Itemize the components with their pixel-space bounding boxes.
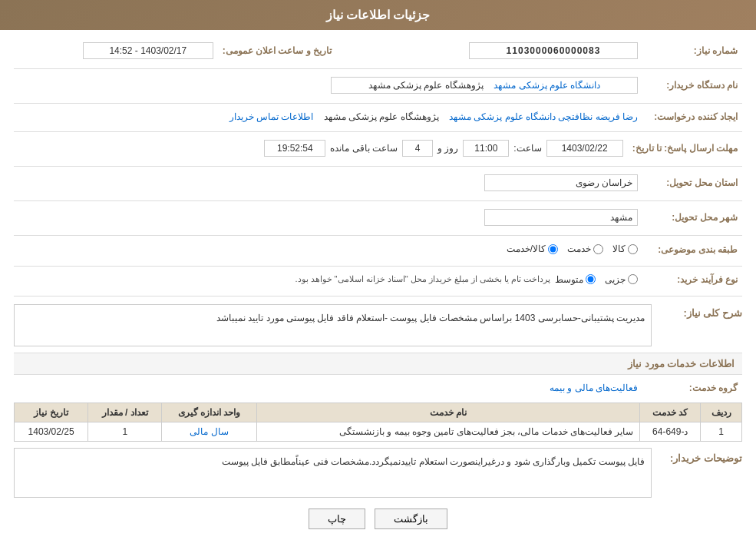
buyer-comment-wrapper: توضیحات خریدار: فایل پیوست تکمیل وبارگذا…: [14, 448, 742, 498]
back-button[interactable]: بازگشت: [375, 509, 447, 529]
col-row: ردیف: [701, 403, 742, 422]
page-title: جزئیات اطلاعات نیاز: [326, 8, 431, 22]
buyer-org-link[interactable]: دانشگاه علوم پزشکی مشهد: [494, 80, 600, 91]
need-desc-box: مدیریت پشتیبانی-حسابرسی 1403 براساس مشخص…: [14, 304, 652, 346]
process-flex: جزیی متوسط پرداخت تام یا بخشی از مبلغ خر…: [18, 274, 638, 285]
service-info-header: اطلاعات خدمات مورد نیاز: [14, 353, 742, 375]
deadline-label: مهلت ارسال پاسخ: تا تاریخ:: [628, 137, 742, 160]
process-radio-partial[interactable]: [628, 274, 638, 284]
info-table-top: شماره نیاز: 1103000060000083 تاریخ و ساع…: [14, 39, 742, 62]
deadline-day-label: روز و: [437, 143, 458, 154]
print-button[interactable]: چاپ: [309, 509, 365, 529]
announce-date-value: 1403/02/17 - 14:52: [14, 39, 218, 62]
creator-name-link[interactable]: رضا فریضه نظافتچی دانشگاه علوم پزشکی مشه…: [449, 111, 638, 122]
buyer-comment-content: فایل پیوست تکمیل وبارگذاری شود و درغیرای…: [14, 448, 652, 498]
content-area: شماره نیاز: 1103000060000083 تاریخ و ساع…: [0, 30, 756, 540]
buyer-comment-box: فایل پیوست تکمیل وبارگذاری شود و درغیرای…: [14, 448, 652, 498]
need-number-label: شماره نیاز:: [642, 39, 742, 62]
footer-buttons: بازگشت چاپ: [14, 509, 742, 529]
creator-value: رضا فریضه نظافتچی دانشگاه علوم پزشکی مشه…: [14, 108, 642, 125]
province-input: خراسان رضوی: [484, 174, 638, 191]
category-radio-goods[interactable]: [628, 244, 638, 254]
deadline-flex: 1403/02/22 ساعت: 11:00 روز و 4 ساعت باقی…: [18, 140, 623, 157]
services-table-header: ردیف کد خدمت نام خدمت واحد اندازه گیری ت…: [15, 403, 742, 422]
process-option-partial[interactable]: جزیی: [605, 274, 638, 285]
deadline-remaining-input: 19:52:54: [264, 140, 325, 157]
process-label-partial: جزیی: [605, 274, 626, 285]
service-group-label: گروه خدمت:: [642, 379, 742, 396]
province-label: استان محل تحویل:: [642, 171, 742, 194]
process-label-medium: متوسط: [555, 274, 583, 285]
need-number-input: 1103000060000083: [469, 42, 638, 59]
col-code: کد خدمت: [640, 403, 701, 422]
category-label-both: کالا/خدمت: [507, 243, 546, 254]
info-table-city: شهر محل تحویل: مشهد: [14, 206, 742, 229]
info-table-category: طبقه بندی موضوعی: کالا خدمت: [14, 240, 742, 260]
category-option-1[interactable]: کالا: [612, 243, 638, 254]
service-group-link[interactable]: فعالیت‌های مالی و بیمه: [550, 383, 638, 393]
category-label: طبقه بندی موضوعی:: [642, 240, 742, 260]
info-table-province: استان محل تحویل: خراسان رضوی: [14, 171, 742, 194]
buyer-comment-label: توضیحات خریدار:: [658, 448, 742, 464]
category-label-service: خدمت: [567, 243, 591, 254]
info-table-org: نام دستگاه خریدار: دانشگاه علوم پزشکی مش…: [14, 74, 742, 97]
category-radio-service[interactable]: [593, 244, 603, 254]
info-table-creator: ایجاد کننده درخواست: رضا فریضه نظافتچی د…: [14, 108, 742, 125]
buyer-org-input: دانشگاه علوم پزشکی مشهد پژوهشگاه علوم پز…: [331, 77, 638, 94]
cell-unit[interactable]: سال مالی: [162, 422, 256, 441]
category-option-2[interactable]: خدمت: [567, 243, 603, 254]
col-unit: واحد اندازه گیری: [162, 403, 256, 422]
process-radio-group: جزیی متوسط: [555, 274, 638, 285]
category-options: کالا خدمت کالا/خدمت: [14, 240, 642, 260]
cell-name: سایر فعالیت‌های خدمات مالی، بجز فعالیت‌ه…: [256, 422, 640, 441]
services-table: ردیف کد خدمت نام خدمت واحد اندازه گیری ت…: [14, 403, 742, 442]
buyer-org-sub: پژوهشگاه علوم پزشکی مشهد: [368, 80, 484, 91]
process-label: نوع فرآیند خرید:: [642, 271, 742, 288]
deadline-time-label: ساعت:: [513, 143, 541, 154]
page-header: جزئیات اطلاعات نیاز: [0, 0, 756, 30]
process-option-medium[interactable]: متوسط: [555, 274, 596, 285]
need-desc-wrapper: شرح کلی نیاز: مدیریت پشتیبانی-حسابرسی 14…: [14, 304, 742, 346]
category-label-goods: کالا: [612, 243, 626, 254]
deadline-days-input: 4: [402, 140, 433, 157]
category-option-3[interactable]: کالا/خدمت: [507, 243, 558, 254]
process-note: پرداخت تام یا بخشی از مبلغ خریداز محل "ا…: [295, 274, 550, 284]
info-table-service-group: گروه خدمت: فعالیت‌های مالی و بیمه: [14, 379, 742, 396]
deadline-time-input: 11:00: [463, 140, 509, 157]
deadline-remaining-label: ساعت باقی مانده: [330, 143, 398, 154]
process-radio-medium[interactable]: [586, 274, 596, 284]
province-value: خراسان رضوی: [14, 171, 642, 194]
cell-code: د-649-64: [640, 422, 701, 441]
page-wrapper: جزئیات اطلاعات نیاز شماره نیاز: 11030000…: [0, 0, 756, 540]
category-radio-group: کالا خدمت کالا/خدمت: [507, 243, 638, 254]
announce-date-input: 1403/02/17 - 14:52: [83, 42, 213, 59]
service-group-value: فعالیت‌های مالی و بیمه: [14, 379, 642, 396]
city-value: مشهد: [14, 206, 642, 229]
city-input: مشهد: [484, 209, 638, 226]
col-name: نام خدمت: [256, 403, 640, 422]
info-table-deadline: مهلت ارسال پاسخ: تا تاریخ: 1403/02/22 سا…: [14, 137, 742, 160]
deadline-date-input: 1403/02/22: [546, 140, 623, 157]
col-date: تاریخ نیاز: [15, 403, 88, 422]
need-desc-value: مدیریت پشتیبانی-حسابرسی 1403 براساس مشخص…: [14, 304, 652, 346]
need-desc-label: شرح کلی نیاز:: [658, 304, 742, 319]
city-label: شهر محل تحویل:: [642, 206, 742, 229]
buyer-org-value: دانشگاه علوم پزشکی مشهد پژوهشگاه علوم پز…: [14, 74, 642, 97]
table-row: 1 د-649-64 سایر فعالیت‌های خدمات مالی، ب…: [15, 422, 742, 441]
category-radio-both[interactable]: [548, 244, 558, 254]
need-number-value: 1103000060000083: [382, 39, 642, 62]
process-options: جزیی متوسط پرداخت تام یا بخشی از مبلغ خر…: [14, 271, 642, 288]
creator-org: پژوهشگاه علوم پزشکی مشهد: [324, 111, 439, 122]
deadline-row: 1403/02/22 ساعت: 11:00 روز و 4 ساعت باقی…: [14, 137, 628, 160]
buyer-org-label: نام دستگاه خریدار:: [642, 74, 742, 97]
cell-qty: 1: [88, 422, 162, 441]
cell-row: 1: [701, 422, 742, 441]
col-qty: تعداد / مقدار: [88, 403, 162, 422]
announce-date-label: تاریخ و ساعت اعلان عمومی:: [218, 39, 336, 62]
cell-date: 1403/02/25: [15, 422, 88, 441]
contact-info-link[interactable]: اطلاعات تماس خریدار: [229, 111, 314, 122]
info-table-process: نوع فرآیند خرید: جزیی متوسط: [14, 271, 742, 288]
creator-label: ایجاد کننده درخواست:: [642, 108, 742, 125]
